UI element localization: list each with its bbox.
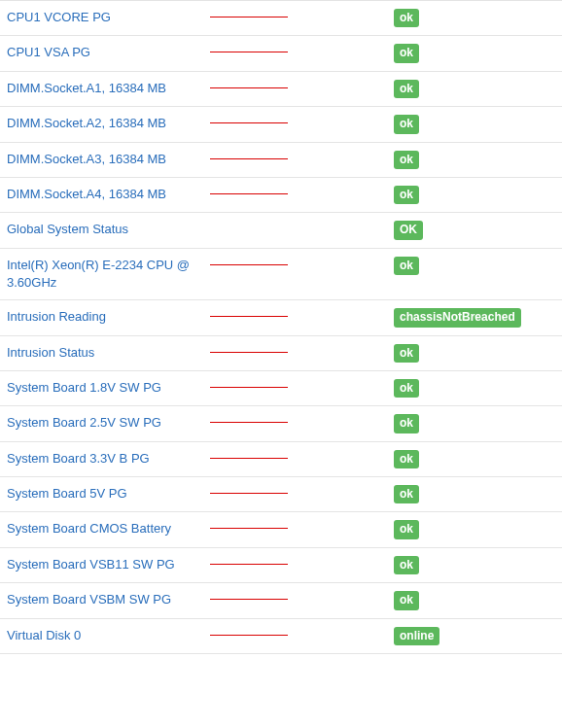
sensor-link[interactable]: System Board VSBM SW PG xyxy=(7,591,171,608)
status-badge: ok xyxy=(394,80,419,98)
sparkline-icon xyxy=(210,151,288,159)
sparkline-icon xyxy=(210,414,288,423)
sensor-graph-cell xyxy=(203,71,387,106)
sensor-table: CPU1 VCORE PGokCPU1 VSA PGokDIMM.Socket.… xyxy=(0,0,562,654)
sensor-link[interactable]: Virtual Disk 0 xyxy=(7,627,81,644)
sparkline-icon xyxy=(210,80,288,88)
sensor-link[interactable]: System Board 2.5V SW PG xyxy=(7,414,161,432)
sensor-name-cell: DIMM.Socket.A3, 16384 MB xyxy=(0,142,203,177)
sparkline-icon xyxy=(210,257,288,265)
sensor-link[interactable]: Intrusion Status xyxy=(7,344,94,362)
sensor-name-cell: System Board VSBM SW PG xyxy=(0,583,203,618)
sensor-link[interactable]: Intrusion Reading xyxy=(7,308,106,326)
sparkline-icon xyxy=(210,44,288,52)
sensor-name-cell: Intrusion Status xyxy=(0,335,203,370)
sparkline-icon xyxy=(210,520,288,529)
sparkline-icon xyxy=(210,344,288,353)
table-row: DIMM.Socket.A2, 16384 MBok xyxy=(0,107,562,142)
table-row: Intrusion ReadingchassisNotBreached xyxy=(0,300,562,335)
sensor-link[interactable]: System Board 5V PG xyxy=(7,485,127,503)
sensor-name-cell: CPU1 VSA PG xyxy=(0,36,203,71)
sparkline-icon xyxy=(210,308,288,317)
status-badge: ok xyxy=(394,344,419,363)
sensor-status-cell: ok xyxy=(387,335,562,370)
status-badge: ok xyxy=(394,379,419,398)
sensor-graph-cell xyxy=(203,547,387,582)
sparkline-icon xyxy=(210,9,288,17)
sensor-link[interactable]: DIMM.Socket.A2, 16384 MB xyxy=(7,115,166,132)
sensor-graph-cell xyxy=(203,248,387,299)
status-badge: ok xyxy=(394,9,419,27)
sensor-status-cell: ok xyxy=(387,177,562,212)
table-row: CPU1 VCORE PGok xyxy=(0,1,562,36)
sensor-link[interactable]: System Board 1.8V SW PG xyxy=(7,379,161,397)
sensor-status-cell: chassisNotBreached xyxy=(387,300,562,335)
sensor-graph-cell xyxy=(203,177,387,212)
sparkline-icon xyxy=(210,627,288,636)
sparkline-icon xyxy=(210,450,288,459)
status-badge: ok xyxy=(394,414,419,433)
status-badge: ok xyxy=(394,44,419,62)
sensor-graph-cell xyxy=(203,142,387,177)
sensor-graph-cell xyxy=(203,583,387,618)
status-badge: chassisNotBreached xyxy=(394,308,521,327)
status-badge: ok xyxy=(394,151,419,169)
sensor-name-cell: DIMM.Socket.A1, 16384 MB xyxy=(0,71,203,106)
sensor-link[interactable]: System Board CMOS Battery xyxy=(7,520,171,537)
table-row: Virtual Disk 0online xyxy=(0,618,562,653)
sensor-graph-cell xyxy=(203,335,387,370)
sparkline-icon xyxy=(210,379,288,388)
table-row: DIMM.Socket.A3, 16384 MBok xyxy=(0,142,562,177)
sensor-graph-cell xyxy=(203,107,387,142)
sensor-status-cell: ok xyxy=(387,406,562,441)
status-badge: ok xyxy=(394,556,419,574)
table-row: CPU1 VSA PGok xyxy=(0,36,562,71)
sensor-status-cell: ok xyxy=(387,583,562,618)
sparkline-icon xyxy=(210,485,288,494)
sensor-name-cell: Global System Status xyxy=(0,213,203,248)
sensor-status-cell: ok xyxy=(387,107,562,142)
sensor-name-cell: System Board 1.8V SW PG xyxy=(0,370,203,405)
sensor-name-cell: System Board VSB11 SW PG xyxy=(0,547,203,582)
sensor-status-cell: ok xyxy=(387,477,562,512)
sensor-name-cell: DIMM.Socket.A2, 16384 MB xyxy=(0,107,203,142)
sensor-status-cell: ok xyxy=(387,36,562,71)
sensor-link[interactable]: DIMM.Socket.A4, 16384 MB xyxy=(7,186,166,203)
table-row: System Board 2.5V SW PGok xyxy=(0,406,562,441)
sensor-name-cell: System Board 3.3V B PG xyxy=(0,441,203,476)
sensor-link[interactable]: Intel(R) Xeon(R) E-2234 CPU @ 3.60GHz xyxy=(7,257,196,292)
sensor-status-cell: ok xyxy=(387,441,562,476)
sensor-graph-cell xyxy=(203,300,387,335)
sensor-graph-cell xyxy=(203,477,387,512)
sensor-name-cell: Intrusion Reading xyxy=(0,300,203,335)
sensor-graph-cell xyxy=(203,618,387,653)
sensor-status-cell: ok xyxy=(387,1,562,36)
sensor-graph-cell xyxy=(203,36,387,71)
sensor-link[interactable]: CPU1 VCORE PG xyxy=(7,9,111,26)
table-row: System Board VSB11 SW PGok xyxy=(0,547,562,582)
table-row: Intrusion Statusok xyxy=(0,335,562,370)
sensor-name-cell: System Board CMOS Battery xyxy=(0,512,203,547)
status-badge: online xyxy=(394,627,439,645)
table-row: DIMM.Socket.A1, 16384 MBok xyxy=(0,71,562,106)
status-badge: ok xyxy=(394,591,419,609)
sensor-name-cell: System Board 2.5V SW PG xyxy=(0,406,203,441)
sensor-link[interactable]: DIMM.Socket.A3, 16384 MB xyxy=(7,151,166,168)
sensor-link[interactable]: CPU1 VSA PG xyxy=(7,44,90,61)
sensor-link[interactable]: DIMM.Socket.A1, 16384 MB xyxy=(7,80,166,97)
sparkline-icon xyxy=(210,556,288,565)
sensor-graph-cell xyxy=(203,512,387,547)
sensor-graph-cell xyxy=(203,406,387,441)
sensor-link[interactable]: System Board VSB11 SW PG xyxy=(7,556,175,573)
status-badge: ok xyxy=(394,485,419,503)
sensor-link[interactable]: Global System Status xyxy=(7,221,128,238)
status-badge: ok xyxy=(394,115,419,133)
sensor-name-cell: System Board 5V PG xyxy=(0,477,203,512)
sensor-name-cell: DIMM.Socket.A4, 16384 MB xyxy=(0,177,203,212)
table-row: System Board 5V PGok xyxy=(0,477,562,512)
status-badge: OK xyxy=(394,221,423,239)
table-row: Global System StatusOK xyxy=(0,213,562,248)
sensor-link[interactable]: System Board 3.3V B PG xyxy=(7,450,150,468)
sensor-status-cell: online xyxy=(387,618,562,653)
table-row: DIMM.Socket.A4, 16384 MBok xyxy=(0,177,562,212)
